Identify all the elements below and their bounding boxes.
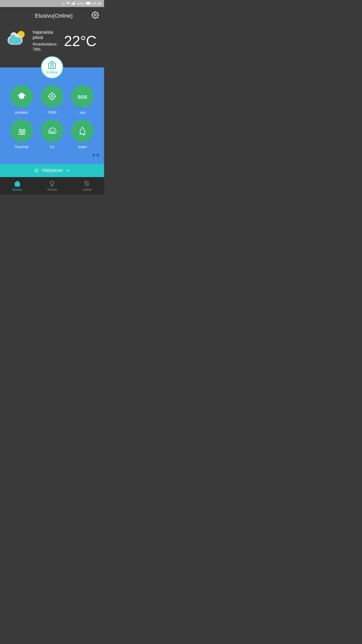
svg-line-11	[24, 94, 25, 95]
blue-section: Kotona smoke1	[0, 67, 104, 164]
svg-rect-9	[19, 97, 24, 98]
settings-button[interactable]	[92, 11, 99, 21]
svg-point-35	[87, 184, 88, 185]
nav-teemat-label: Teemat	[47, 188, 57, 191]
wifi-icon	[66, 2, 70, 6]
time-label: 17.23	[92, 2, 101, 6]
device-label-smoke1: smoke1	[15, 110, 28, 114]
home-nav-icon	[14, 180, 21, 187]
nav-etusivu[interactable]: Etusivu	[12, 180, 22, 191]
nfc-icon: N	[62, 2, 64, 6]
kotona-label: Kotona	[47, 70, 58, 74]
device-label-sos: sos	[80, 110, 85, 114]
svg-line-10	[18, 94, 19, 95]
svg-point-32	[85, 181, 86, 183]
nav-teemat[interactable]: Teemat	[47, 180, 57, 191]
device-label-co: Co	[50, 145, 54, 149]
svg-point-15	[51, 95, 53, 97]
svg-point-7	[94, 14, 96, 16]
device-water[interactable]: water	[69, 119, 97, 149]
weather-description: hajanaisia pilviä	[33, 30, 59, 40]
nav-laitteet[interactable]: Laitteet	[82, 180, 92, 191]
nav-etusivu-label: Etusivu	[12, 188, 22, 191]
bulb-nav-icon	[49, 180, 56, 187]
weather-humidity: Ilmankosteus: 78%	[33, 42, 59, 52]
svg-line-27	[38, 172, 38, 172]
nav-laitteet-label: Laitteet	[82, 188, 92, 191]
svg-text:SOS: SOS	[78, 94, 87, 99]
svg-text:CO: CO	[50, 130, 55, 134]
header-title-wrap[interactable]: ˅ Etusivu(Online)	[31, 13, 73, 19]
svg-rect-1	[72, 3, 73, 5]
sliders-nav-icon	[83, 180, 90, 187]
svg-point-8	[51, 63, 53, 64]
page-title: Etusivu(Online)	[35, 13, 73, 19]
chevron-up-icon	[65, 168, 70, 173]
weather-icon	[8, 31, 28, 51]
pagination-dot-2	[97, 154, 99, 156]
svg-line-26	[35, 169, 35, 169]
pagination-dot-1	[93, 154, 95, 156]
bulb-icon	[34, 168, 39, 173]
alerts-label: Hälytykset	[42, 168, 63, 173]
bottom-nav: Etusivu Teemat Laitteet	[0, 177, 104, 195]
battery-label: 100%	[76, 2, 85, 6]
svg-rect-5	[86, 2, 90, 4]
device-label-pier: PIER	[48, 110, 56, 114]
status-bar: N 100% 17.23	[0, 0, 104, 7]
signal-icon	[71, 2, 75, 6]
device-label-thermal: Thermal	[15, 145, 28, 149]
device-smoke1[interactable]: smoke1	[8, 85, 35, 114]
svg-point-23	[35, 169, 38, 172]
device-grid: smoke1 PIER SOS	[0, 80, 104, 154]
svg-line-31	[38, 169, 38, 169]
app-header: ˅ Etusivu(Online)	[0, 7, 104, 25]
kotona-button[interactable]: Kotona	[41, 56, 63, 79]
device-label-water: water	[78, 145, 87, 149]
chevron-icon: ˅	[31, 14, 33, 18]
alerts-bar[interactable]: Hälytykset	[0, 164, 104, 177]
svg-rect-3	[74, 2, 75, 5]
weather-description-wrap: hajanaisia pilviä Ilmankosteus: 78%	[33, 30, 59, 52]
svg-rect-0	[71, 4, 72, 5]
pagination-dots	[0, 154, 104, 159]
weather-temperature: 22°C	[64, 34, 97, 48]
device-sos[interactable]: SOS sos	[69, 85, 97, 114]
svg-rect-6	[90, 3, 91, 4]
device-pier[interactable]: PIER	[38, 85, 66, 114]
device-thermal[interactable]: Thermal	[8, 119, 35, 149]
svg-point-14	[49, 93, 55, 99]
device-co[interactable]: CO Co	[38, 119, 66, 149]
battery-icon	[86, 2, 91, 6]
svg-rect-2	[73, 2, 74, 5]
svg-line-30	[35, 172, 35, 172]
